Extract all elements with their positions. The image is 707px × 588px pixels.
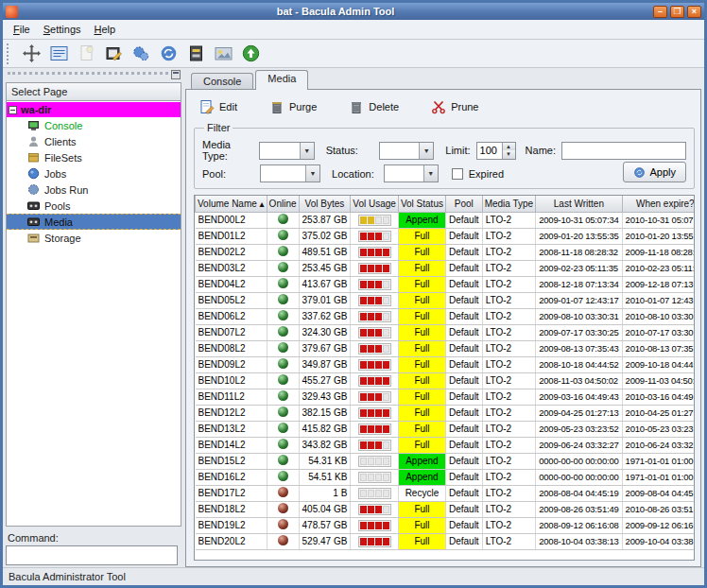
tree-root-director[interactable]: wa-dir <box>7 102 181 117</box>
cell-vol-status: Full <box>398 260 445 276</box>
apply-button[interactable]: Apply <box>623 162 686 182</box>
toolbar-restore-button[interactable] <box>184 43 207 65</box>
sidebar-item-filesets[interactable]: FileSets <box>7 149 181 165</box>
media-type-combo[interactable]: ▼ <box>259 142 314 160</box>
cell-volume-name: BEND17L2 <box>196 485 267 501</box>
sidebar-item-console[interactable]: Console <box>7 117 181 133</box>
table-row[interactable]: BEND02L2489.51 GBFullDefaultLTO-22008-11… <box>196 244 696 260</box>
column-header-vol-usage[interactable]: Vol Usage <box>351 196 399 212</box>
main-toolbar <box>3 40 704 68</box>
cell-volume-name: BEND06L2 <box>196 308 267 324</box>
column-header-last-written[interactable]: Last Written <box>536 196 622 212</box>
table-row[interactable]: BEND08L2379.67 GBFullDefaultLTO-22009-08… <box>196 340 696 356</box>
name-input[interactable] <box>561 142 686 160</box>
cell-when-expire: 2009-11-03 04:50:02 <box>622 372 695 389</box>
cell-vol-status: Full <box>398 308 445 324</box>
maximize-button[interactable]: ❐ <box>670 6 684 18</box>
toolbar-console-page-button[interactable] <box>47 43 70 65</box>
table-row[interactable]: BEND03L2253.45 GBFullDefaultLTO-22009-02… <box>196 260 696 276</box>
tab-media[interactable]: Media <box>255 70 308 90</box>
table-row[interactable]: BEND11L2329.43 GBFullDefaultLTO-22009-03… <box>196 389 696 405</box>
table-row[interactable]: BEND12L2382.15 GBFullDefaultLTO-22009-04… <box>196 405 696 421</box>
column-header-vol-bytes[interactable]: Vol Bytes <box>299 196 351 212</box>
menu-help[interactable]: Help <box>88 22 123 37</box>
spin-up-icon[interactable]: ▲ <box>503 143 515 151</box>
table-row[interactable]: BEND20L2529.47 GBFullDefaultLTO-22008-10… <box>196 533 696 549</box>
toolbar-status-button[interactable] <box>157 43 180 65</box>
table-row[interactable]: BEND17L21 BRecycleDefaultLTO-22008-08-04… <box>196 485 696 501</box>
sidebar-item-jobs-run[interactable]: Jobs Run <box>7 182 181 198</box>
sidebar-item-media[interactable]: Media <box>7 214 181 230</box>
media-table: Volume Name ▴OnlineVol BytesVol UsageVol… <box>195 196 695 550</box>
prune-button[interactable]: Prune <box>427 97 482 116</box>
dock-drag-handle[interactable] <box>8 72 168 80</box>
sidebar-item-storage[interactable]: Storage <box>7 230 181 246</box>
delete-button[interactable]: Delete <box>345 97 403 116</box>
cell-volume-name: BEND20L2 <box>196 533 267 549</box>
tab-console[interactable]: Console <box>191 73 253 90</box>
table-row[interactable]: BEND05L2379.01 GBFullDefaultLTO-22009-01… <box>196 292 696 308</box>
limit-value[interactable] <box>477 143 502 159</box>
column-header-when-expire-[interactable]: When expire? <box>622 196 695 212</box>
sidebar-item-label: Clients <box>44 136 77 147</box>
sidebar-item-clients[interactable]: Clients <box>7 133 181 149</box>
sidebar-item-pools[interactable]: Pools <box>7 198 181 214</box>
table-row[interactable]: BEND04L2413.67 GBFullDefaultLTO-22008-12… <box>196 276 696 292</box>
collapse-icon[interactable] <box>9 106 17 114</box>
label-icon <box>105 44 123 62</box>
toolbar-print-button <box>75 43 97 65</box>
close-button[interactable]: × <box>687 6 701 18</box>
dock-float-button[interactable] <box>171 70 181 79</box>
filter-title: Filter <box>204 122 233 133</box>
expired-checkbox[interactable] <box>452 168 463 180</box>
location-combo[interactable]: ▼ <box>384 164 439 182</box>
table-row[interactable]: BEND06L2337.62 GBFullDefaultLTO-22009-08… <box>196 308 696 324</box>
toolbar-run-job-button[interactable] <box>129 43 152 65</box>
cell-volume-name: BEND02L2 <box>196 244 267 260</box>
cell-vol-bytes: 379.67 GB <box>299 340 351 356</box>
command-input[interactable] <box>6 545 178 565</box>
cell-pool: Default <box>445 469 482 485</box>
toolbar-media-report-button[interactable] <box>212 43 234 65</box>
table-row[interactable]: BEND09L2349.87 GBFullDefaultLTO-22008-10… <box>196 356 696 372</box>
cell-pool: Default <box>445 324 482 340</box>
status-combo[interactable]: ▼ <box>379 142 434 160</box>
column-header-volume-name[interactable]: Volume Name ▴ <box>196 196 267 212</box>
clients-icon <box>27 135 40 147</box>
table-row[interactable]: BEND10L2455.27 GBFullDefaultLTO-22008-11… <box>196 372 696 389</box>
limit-spinbox[interactable]: ▲▼ <box>476 142 516 160</box>
column-header-online[interactable]: Online <box>267 196 299 212</box>
table-row[interactable]: BEND14L2343.82 GBFullDefaultLTO-22009-06… <box>196 437 696 453</box>
table-row[interactable]: BEND00L2253.87 GBAppendDefaultLTO-22009-… <box>196 212 696 228</box>
edit-button[interactable]: Edit <box>196 97 241 116</box>
table-row[interactable]: BEND15L254.31 KBAppendDefaultLTO-20000-0… <box>196 453 696 469</box>
spin-down-icon[interactable]: ▼ <box>503 150 515 159</box>
cell-vol-usage <box>351 469 399 485</box>
cell-last-written: 2009-04-25 01:27:13 <box>536 405 622 421</box>
menu-file[interactable]: File <box>7 22 37 37</box>
minimize-button[interactable]: – <box>653 6 667 18</box>
cell-pool: Default <box>445 308 482 324</box>
sidebar-item-label: Jobs Run <box>44 184 88 196</box>
table-row[interactable]: BEND18L2405.04 GBFullDefaultLTO-22009-08… <box>196 501 696 517</box>
menu-settings[interactable]: Settings <box>37 22 88 37</box>
toolbar-upgrade-button[interactable] <box>239 43 262 65</box>
toolbar-label-button[interactable] <box>102 43 125 65</box>
column-header-vol-status[interactable]: Vol Status <box>398 196 445 212</box>
toolbar-move-button[interactable] <box>20 43 43 65</box>
menu-bar: FileSettingsHelp <box>3 20 704 40</box>
table-row[interactable]: BEND19L2478.57 GBFullDefaultLTO-22008-09… <box>196 517 696 533</box>
table-row[interactable]: BEND16L254.51 KBAppendDefaultLTO-20000-0… <box>196 469 696 485</box>
cell-vol-bytes: 478.57 GB <box>299 517 351 533</box>
sidebar-item-jobs[interactable]: Jobs <box>7 165 181 182</box>
column-header-pool[interactable]: Pool <box>445 196 482 212</box>
pool-combo[interactable]: ▼ <box>260 164 320 182</box>
purge-button[interactable]: Purge <box>266 97 320 116</box>
table-row[interactable]: BEND01L2375.02 GBFullDefaultLTO-22009-01… <box>196 228 696 244</box>
table-row[interactable]: BEND13L2415.82 GBFullDefaultLTO-22009-05… <box>196 421 696 437</box>
tab-bar: Console Media <box>185 70 701 90</box>
column-header-media-type[interactable]: Media Type <box>482 196 536 212</box>
toolbar-drag-handle[interactable] <box>7 43 11 64</box>
cell-vol-bytes: 489.51 GB <box>299 244 351 260</box>
table-row[interactable]: BEND07L2324.30 GBFullDefaultLTO-22009-07… <box>196 324 696 340</box>
